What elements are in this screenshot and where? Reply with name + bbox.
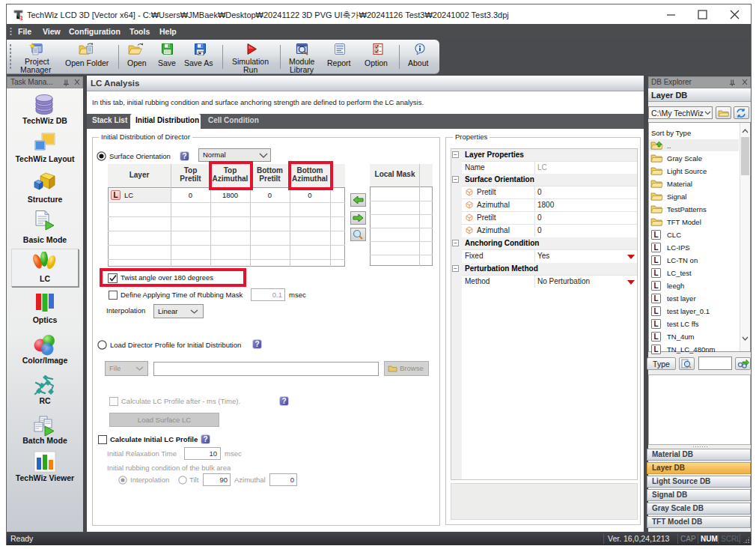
- svg-text:3: 3: [19, 14, 23, 21]
